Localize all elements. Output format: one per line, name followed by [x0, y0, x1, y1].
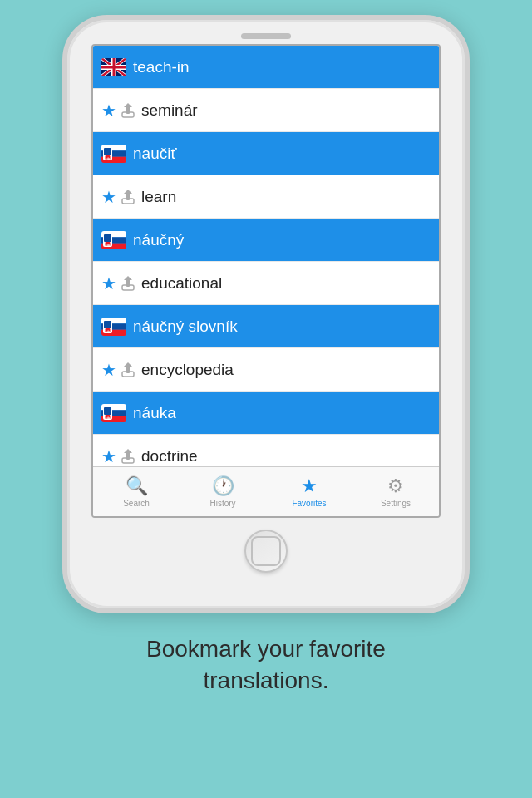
svg-rect-16	[104, 148, 111, 155]
share-icon[interactable]	[121, 362, 135, 377]
list-row-row-seminar[interactable]: ★ seminár	[93, 89, 439, 132]
row-text-row-teach-in: teach-in	[133, 58, 190, 76]
svg-marker-20	[124, 190, 132, 194]
star-icon[interactable]: ★	[101, 187, 116, 207]
home-button-inner	[251, 536, 281, 566]
tagline: Bookmark your favorite translations.	[113, 633, 419, 697]
phone-speaker	[241, 33, 291, 39]
row-text-row-naucny: náučný	[133, 231, 184, 249]
list-row-row-naucny-slovnik[interactable]: ⊕ náučný slovník	[93, 305, 439, 348]
tab-favorites-icon: ★	[301, 475, 318, 497]
list-row-row-encyclopedia[interactable]: ★ encyclopedia	[93, 348, 439, 392]
tab-settings-label: Settings	[381, 499, 411, 508]
svg-marker-30	[124, 276, 132, 280]
tab-history-icon: 🕐	[212, 475, 234, 497]
row-text-row-naucit: naučiť	[133, 145, 177, 163]
svg-text:⊕: ⊕	[106, 416, 110, 421]
tab-search-icon: 🔍	[126, 475, 148, 497]
list-container: teach-in★ seminár ⊕ naučiť★ learn ⊕ náuč…	[93, 46, 439, 466]
tab-favorites-label: Favorites	[292, 499, 326, 508]
svg-text:⊕: ⊕	[106, 243, 110, 248]
star-icon[interactable]: ★	[101, 101, 116, 121]
svg-text:⊕: ⊕	[106, 329, 110, 334]
tagline-line1: Bookmark your favorite	[146, 636, 386, 662]
svg-rect-46	[104, 407, 111, 415]
phone-shell: teach-in★ seminár ⊕ naučiť★ learn ⊕ náuč…	[62, 15, 470, 613]
tab-search[interactable]: 🔍Search	[93, 467, 180, 516]
row-text-row-educational: educational	[141, 274, 222, 293]
star-icon[interactable]: ★	[101, 273, 116, 293]
tab-search-label: Search	[123, 499, 150, 508]
home-button[interactable]	[244, 530, 288, 573]
svg-marker-50	[124, 449, 132, 453]
list-row-row-teach-in[interactable]: teach-in	[93, 46, 439, 89]
list-row-row-naucit[interactable]: ⊕ naučiť	[93, 132, 439, 175]
tab-history-label: History	[209, 499, 235, 508]
svg-rect-26	[104, 234, 111, 242]
svg-rect-8	[101, 66, 126, 68]
tab-history[interactable]: 🕐History	[180, 467, 266, 516]
svg-text:⊕: ⊕	[106, 156, 110, 161]
star-icon[interactable]: ★	[101, 446, 116, 466]
list-row-row-naucny[interactable]: ⊕ náučný	[93, 219, 439, 262]
row-text-row-doctrine: doctrine	[141, 447, 198, 466]
svg-rect-36	[104, 321, 111, 328]
row-text-row-learn: learn	[141, 188, 176, 206]
share-icon[interactable]	[121, 189, 135, 204]
tagline-line2: translations.	[204, 667, 329, 693]
star-icon[interactable]: ★	[101, 360, 116, 380]
share-icon[interactable]	[121, 102, 135, 118]
phone-screen: teach-in★ seminár ⊕ naučiť★ learn ⊕ náuč…	[91, 44, 441, 518]
tab-bar: 🔍Search🕐History★Favorites⚙Settings	[93, 466, 439, 516]
row-text-row-nauka: náuka	[133, 404, 176, 422]
row-text-row-encyclopedia: encyclopedia	[141, 361, 234, 379]
tab-settings[interactable]: ⚙Settings	[352, 467, 439, 516]
sk-flag-icon: ⊕	[101, 318, 126, 336]
list-row-row-learn[interactable]: ★ learn	[93, 175, 439, 219]
sk-flag-icon: ⊕	[101, 145, 126, 163]
tab-favorites[interactable]: ★Favorites	[266, 467, 352, 516]
list-row-row-nauka[interactable]: ⊕ náuka	[93, 392, 439, 435]
list-row-row-educational[interactable]: ★ educational	[93, 262, 439, 305]
row-text-row-naucny-slovnik: náučný slovník	[133, 318, 238, 336]
sk-flag-icon: ⊕	[101, 231, 126, 249]
row-text-row-seminar: seminár	[141, 101, 198, 120]
tab-settings-icon: ⚙	[387, 475, 404, 497]
svg-marker-10	[124, 103, 132, 107]
sk-flag-icon: ⊕	[101, 404, 126, 422]
list-row-row-doctrine[interactable]: ★ doctrine	[93, 435, 439, 466]
svg-marker-40	[124, 362, 132, 367]
uk-flag-icon	[101, 58, 126, 76]
share-icon[interactable]	[121, 448, 135, 464]
share-icon[interactable]	[121, 275, 135, 291]
